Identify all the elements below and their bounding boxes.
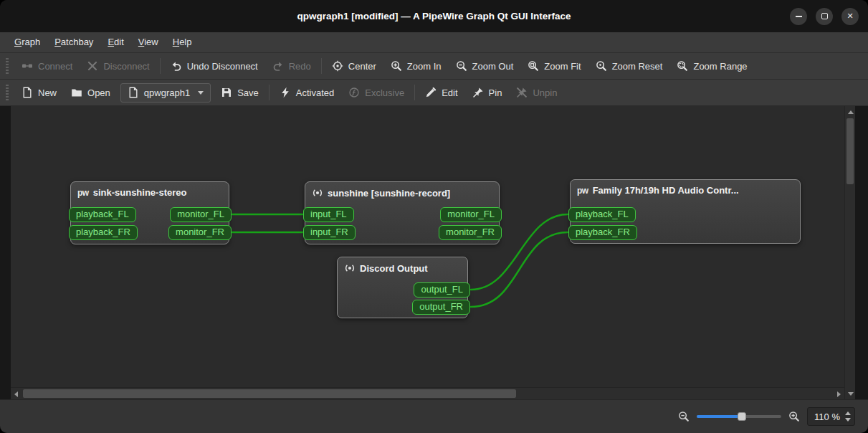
vertical-scrollbar[interactable] <box>844 106 855 399</box>
pin-button[interactable]: Pin <box>465 82 510 103</box>
open-button[interactable]: Open <box>64 82 118 103</box>
pin-icon <box>472 87 484 98</box>
port-monitor-fr[interactable]: monitor_FR <box>439 225 502 240</box>
statusbar: 110 % <box>0 399 868 433</box>
zoom-in-button[interactable]: Zoom In <box>383 56 449 76</box>
zoom-out-label: Zoom Out <box>472 61 514 72</box>
activated-toggle[interactable]: Activated <box>272 82 341 103</box>
edit-button[interactable]: Edit <box>418 82 464 103</box>
connect-label: Connect <box>38 61 72 72</box>
node-header: pw Family 17h/19h HD Audio Contr... <box>571 180 800 201</box>
arrow-down-icon <box>848 392 854 396</box>
zoom-slider[interactable] <box>697 410 781 423</box>
node-discord-output[interactable]: Discord Output output_FL output_FR <box>337 257 468 318</box>
port-playback-fl[interactable]: playback_FL <box>69 207 136 222</box>
close-button[interactable]: ✕ <box>841 8 859 25</box>
chevron-down-icon <box>198 91 204 95</box>
exclusive-label: Exclusive <box>365 87 404 98</box>
vertical-scrollbar-handle[interactable] <box>846 118 854 184</box>
pin-label: Pin <box>489 87 502 98</box>
menubar: Graph Patchbay Edit View Help <box>0 32 868 53</box>
toolbar-separator <box>414 85 415 100</box>
maximize-button[interactable] <box>816 8 833 25</box>
node-title: Discord Output <box>360 263 428 274</box>
unpin-icon <box>516 87 528 98</box>
titlebar[interactable]: qpwgraph1 [modified] — A PipeWire Graph … <box>0 0 868 32</box>
arrow-up-icon <box>848 110 854 114</box>
menu-patchbay[interactable]: Patchbay <box>47 32 100 52</box>
port-output-fr[interactable]: output_FR <box>412 300 470 315</box>
new-button[interactable]: New <box>14 82 64 103</box>
zoom-fit-button[interactable]: Zoom Fit <box>520 56 588 76</box>
scroll-right-arrow[interactable] <box>834 388 844 400</box>
node-sink-sunshine-stereo[interactable]: pw sink-sunshine-stereo playback_FL play… <box>70 181 229 244</box>
connections-layer <box>11 106 844 387</box>
undo-icon <box>171 60 182 72</box>
menu-help[interactable]: Help <box>166 32 199 52</box>
menu-view[interactable]: View <box>131 32 166 52</box>
port-monitor-fl[interactable]: monitor_FL <box>440 207 502 222</box>
arrow-left-icon <box>14 391 18 397</box>
exclusive-toggle[interactable]: Exclusive <box>341 82 411 103</box>
zoom-range-button[interactable]: Zoom Range <box>669 56 754 76</box>
disconnect-button[interactable]: Disconnect <box>80 56 156 76</box>
zoom-slider-fill <box>697 415 742 418</box>
node-title: Family 17h/19h HD Audio Contr... <box>593 185 739 196</box>
zoom-spinbox[interactable]: 110 % <box>807 407 855 426</box>
zoom-fit-label: Zoom Fit <box>544 61 581 72</box>
zoom-slider-handle[interactable] <box>738 412 746 421</box>
zoom-out-button[interactable]: Zoom Out <box>449 56 521 76</box>
port-playback-fr[interactable]: playback_FR <box>568 225 637 240</box>
port-playback-fr[interactable]: playback_FR <box>69 225 138 240</box>
toolbar-drag-handle[interactable] <box>6 58 9 74</box>
redo-button[interactable]: Redo <box>265 56 318 76</box>
zoom-out-icon[interactable] <box>678 411 690 422</box>
menu-edit[interactable]: Edit <box>100 32 130 52</box>
zoom-value: 110 % <box>814 411 840 422</box>
save-button[interactable]: Save <box>214 82 266 103</box>
zoom-increment-button[interactable] <box>845 411 851 415</box>
node-family-hd-audio[interactable]: pw Family 17h/19h HD Audio Contr... play… <box>570 179 801 244</box>
unpin-label: Unpin <box>533 87 557 98</box>
port-monitor-fl[interactable]: monitor_FL <box>170 207 232 222</box>
edit-pencil-icon <box>425 87 437 98</box>
toolbar-separator <box>321 58 322 74</box>
zoom-decrement-button[interactable] <box>845 418 851 422</box>
port-input-fl[interactable]: input_FL <box>303 207 354 222</box>
activated-label: Activated <box>296 87 334 98</box>
spin-arrows <box>845 411 851 422</box>
horizontal-scrollbar-handle[interactable] <box>23 389 516 398</box>
port-output-fl[interactable]: output_FL <box>414 282 470 298</box>
connect-button[interactable]: Connect <box>14 56 80 76</box>
zoom-reset-button[interactable]: Zoom Reset <box>588 56 670 76</box>
patchbay-select-dropdown[interactable]: qpwgraph1 <box>120 83 211 103</box>
zoom-in-icon[interactable] <box>788 411 800 422</box>
node-sunshine-record[interactable]: sunshine [sunshine-record] input_FL inpu… <box>305 181 500 244</box>
scroll-left-arrow[interactable] <box>11 388 22 400</box>
port-input-fr[interactable]: input_FR <box>303 225 356 240</box>
open-folder-icon <box>71 87 82 98</box>
pipewire-icon: pw <box>577 186 588 196</box>
center-button[interactable]: Center <box>325 56 383 76</box>
arrow-right-icon <box>837 391 841 397</box>
undo-disconnect-button[interactable]: Undo Disconnect <box>163 56 265 76</box>
minimize-button[interactable] <box>790 8 807 25</box>
scroll-down-arrow[interactable] <box>845 388 856 399</box>
disconnect-label: Disconnect <box>103 61 149 72</box>
port-playback-fl[interactable]: playback_FL <box>568 207 636 222</box>
unpin-button[interactable]: Unpin <box>509 82 564 103</box>
menu-graph[interactable]: Graph <box>7 32 47 52</box>
new-file-icon <box>22 87 33 98</box>
node-title: sunshine [sunshine-record] <box>328 188 450 199</box>
port-monitor-fr[interactable]: monitor_FR <box>168 225 232 240</box>
window-controls: ✕ <box>790 0 859 32</box>
zoom-in-icon <box>391 60 402 72</box>
scroll-up-arrow[interactable] <box>845 106 856 118</box>
pipewire-icon: pw <box>77 188 89 198</box>
horizontal-scrollbar[interactable] <box>11 387 844 399</box>
toolbar-separator <box>269 85 270 100</box>
edit-label: Edit <box>442 87 457 98</box>
toolbar-drag-handle[interactable] <box>6 85 9 100</box>
graph-canvas[interactable]: pw sink-sunshine-stereo playback_FL play… <box>11 106 844 387</box>
zoom-range-label: Zoom Range <box>693 61 747 72</box>
